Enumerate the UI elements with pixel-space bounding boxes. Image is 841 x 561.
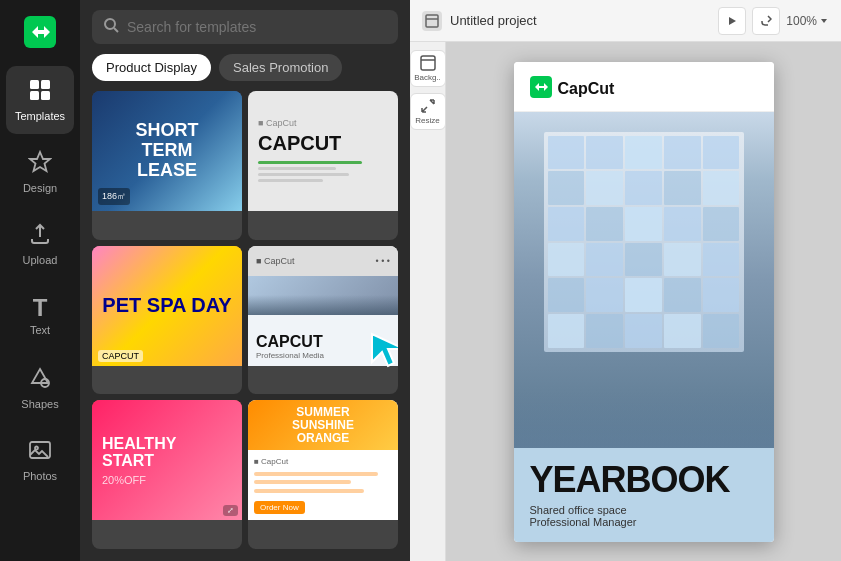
template-pet-spa-brand: CAPCUT xyxy=(98,350,143,362)
design-label: Design xyxy=(23,182,57,194)
photos-icon xyxy=(28,438,52,466)
template-card-lease[interactable]: SHORTTERMLEASE 186㎡ xyxy=(92,91,242,240)
canvas-toolbar: 100% xyxy=(718,7,829,35)
templates-grid: SHORTTERMLEASE 186㎡ ■ CapCut CAPCUT P xyxy=(80,91,410,561)
sidebar-item-text[interactable]: T Text xyxy=(6,282,74,350)
svg-point-7 xyxy=(35,447,38,450)
canvas-side-panel: Backg.. Resize xyxy=(410,42,446,561)
template-lease-badge: 186㎡ xyxy=(98,188,130,205)
template-capcut-title: CAPCUT xyxy=(258,132,341,155)
svg-rect-2 xyxy=(41,80,50,89)
yearbook-photo xyxy=(514,112,774,448)
canvas-topbar: Untitled project 100% xyxy=(410,0,841,42)
templates-panel: Product Display Sales Promotion SHORTTER… xyxy=(80,0,410,561)
yearbook-header: CapCut xyxy=(514,62,774,112)
app-logo xyxy=(20,12,60,52)
template-healthy-sub: 20%OFF xyxy=(102,474,176,486)
sidebar-item-photos[interactable]: Photos xyxy=(6,426,74,494)
yearbook-bottom: YEARBOOK Shared office space Professiona… xyxy=(514,448,774,542)
template-orange-btn: Order Now xyxy=(254,501,305,514)
capcut-logo-icon xyxy=(530,76,552,103)
sidebar-item-design[interactable]: Design xyxy=(6,138,74,206)
design-icon xyxy=(28,150,52,178)
resize-tool-label: Resize xyxy=(415,116,439,125)
canvas-project-title: Untitled project xyxy=(450,13,710,28)
template-card-orange[interactable]: SUMMERSUNSHINEORANGE ■ CapCut Order Now xyxy=(248,400,398,549)
photos-label: Photos xyxy=(23,470,57,482)
template-capcut-brand: ■ CapCut xyxy=(258,118,296,128)
shapes-icon xyxy=(28,366,52,394)
svg-rect-3 xyxy=(30,91,39,100)
tab-sales-promotion[interactable]: Sales Promotion xyxy=(219,54,342,81)
template-orange-title: SUMMERSUNSHINEORANGE xyxy=(292,406,354,446)
svg-rect-4 xyxy=(41,91,50,100)
text-label: Text xyxy=(30,324,50,336)
canvas-panel: Untitled project 100% xyxy=(410,0,841,561)
upload-label: Upload xyxy=(23,254,58,266)
svg-point-8 xyxy=(105,19,115,29)
svg-rect-1 xyxy=(30,80,39,89)
template-card-capcut-light[interactable]: ■ CapCut • • • CAPCUT Professional Media xyxy=(248,246,398,395)
play-button[interactable] xyxy=(718,7,746,35)
yearbook-sub2: Professional Manager xyxy=(530,516,758,528)
canvas-content: CapCut xyxy=(446,42,841,561)
resize-tool[interactable]: Resize xyxy=(410,93,446,130)
templates-label: Templates xyxy=(15,110,65,122)
template-card-capcut-dark[interactable]: ■ CapCut CAPCUT xyxy=(248,91,398,240)
canvas-area: Backg.. Resize xyxy=(410,42,841,561)
svg-rect-13 xyxy=(421,56,435,70)
template-healthy-expand: ⤢ xyxy=(223,505,238,516)
svg-rect-10 xyxy=(426,15,438,27)
yearbook-title: YEARBOOK xyxy=(530,462,758,498)
canvas-tab-icon xyxy=(422,11,442,31)
text-icon: T xyxy=(33,296,48,320)
template-pet-spa-title: PET SPA DAY xyxy=(102,294,231,317)
template-header-brand: ■ CapCut xyxy=(256,256,294,266)
search-icon xyxy=(104,18,119,36)
sidebar: Templates Design Upload T Text Shap xyxy=(0,0,80,561)
capcut-logo-text: CapCut xyxy=(558,80,615,98)
template-card-pet-spa[interactable]: PET SPA DAY CAPCUT xyxy=(92,246,242,395)
template-healthy-title: HEALTHYSTART xyxy=(102,435,176,470)
capcut-logo: CapCut xyxy=(530,76,615,103)
svg-marker-11 xyxy=(729,17,736,25)
sidebar-item-shapes[interactable]: Shapes xyxy=(6,354,74,422)
zoom-display[interactable]: 100% xyxy=(786,14,829,28)
yearbook-sub1: Shared office space xyxy=(530,504,758,516)
filter-tabs: Product Display Sales Promotion xyxy=(80,54,410,91)
search-input[interactable] xyxy=(127,19,386,35)
template-card-healthy[interactable]: HEALTHYSTART 20%OFF ⤢ xyxy=(92,400,242,549)
share-button[interactable] xyxy=(752,7,780,35)
sidebar-item-upload[interactable]: Upload xyxy=(6,210,74,278)
template-lease-title: SHORTTERMLEASE xyxy=(136,121,199,180)
template-orange-brand: ■ CapCut xyxy=(254,457,392,466)
upload-icon xyxy=(28,222,52,250)
background-tool[interactable]: Backg.. xyxy=(410,50,446,87)
svg-marker-12 xyxy=(821,19,827,23)
cursor-arrow xyxy=(368,330,398,376)
shapes-label: Shapes xyxy=(21,398,58,410)
templates-icon xyxy=(28,78,52,106)
tab-product-display[interactable]: Product Display xyxy=(92,54,211,81)
zoom-value: 100% xyxy=(786,14,817,28)
search-bar[interactable] xyxy=(92,10,398,44)
background-tool-label: Backg.. xyxy=(414,73,441,82)
yearbook-card: CapCut xyxy=(514,62,774,542)
sidebar-item-templates[interactable]: Templates xyxy=(6,66,74,134)
svg-marker-9 xyxy=(372,334,398,366)
